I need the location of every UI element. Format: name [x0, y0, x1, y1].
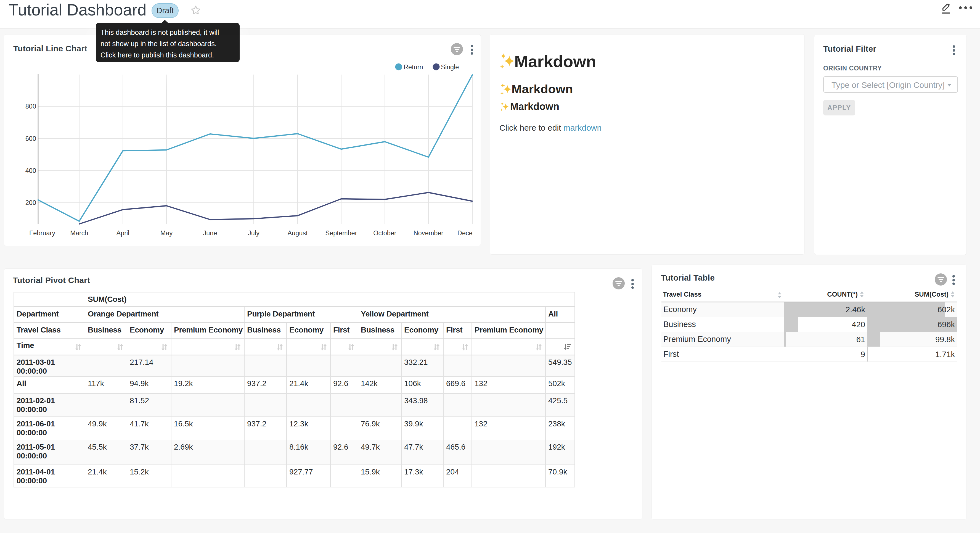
- svg-text:March: March: [70, 230, 88, 237]
- svg-text:February: February: [29, 230, 55, 237]
- svg-text:Return: Return: [404, 64, 423, 71]
- svg-text:October: October: [373, 230, 396, 237]
- svg-text:200: 200: [25, 199, 36, 206]
- svg-text:September: September: [326, 230, 357, 237]
- svg-text:600: 600: [25, 135, 36, 142]
- svg-text:November: November: [414, 230, 444, 237]
- svg-text:December: December: [457, 230, 473, 237]
- svg-text:800: 800: [25, 103, 36, 110]
- svg-text:May: May: [161, 230, 173, 237]
- svg-text:Single: Single: [441, 64, 459, 71]
- svg-text:400: 400: [25, 167, 36, 174]
- svg-text:June: June: [203, 230, 217, 237]
- svg-text:July: July: [248, 230, 259, 237]
- svg-text:August: August: [287, 230, 308, 237]
- svg-text:April: April: [116, 230, 129, 237]
